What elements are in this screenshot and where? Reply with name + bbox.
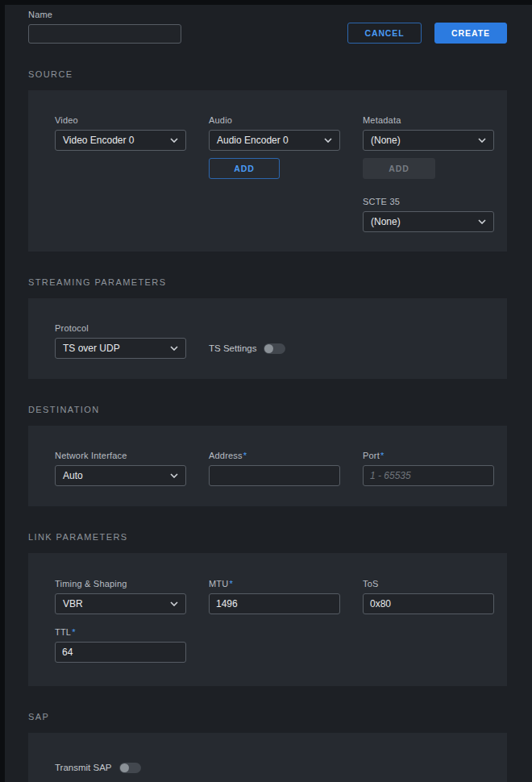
add-metadata-button: ADD bbox=[363, 158, 435, 179]
source-row: Video Video Encoder 0 Audio Audio Encode… bbox=[55, 115, 497, 232]
name-field-group: Name bbox=[28, 10, 181, 44]
port-field: Port* bbox=[363, 451, 494, 486]
ttl-label-text: TTL bbox=[55, 627, 71, 637]
protocol-select[interactable]: TS over UDP bbox=[55, 338, 186, 359]
required-asterisk: * bbox=[243, 451, 247, 460]
network-interface-select-value: Auto bbox=[63, 470, 83, 481]
network-interface-field: Network Interface Auto bbox=[55, 451, 186, 486]
toggle-knob bbox=[264, 344, 273, 353]
address-field: Address* bbox=[209, 451, 340, 486]
timing-shaping-label: Timing & Shaping bbox=[55, 579, 186, 589]
tos-input[interactable] bbox=[363, 593, 494, 614]
chevron-down-icon bbox=[324, 138, 332, 143]
streaming-panel: Protocol TS over UDP TS Settings bbox=[28, 298, 507, 379]
metadata-label: Metadata bbox=[363, 115, 494, 125]
section-title-source: SOURCE bbox=[28, 69, 507, 79]
destination-panel: Network Interface Auto Address* Port* bbox=[28, 426, 507, 506]
scte35-select[interactable]: (None) bbox=[363, 211, 494, 232]
streaming-row: Protocol TS over UDP TS Settings bbox=[55, 323, 497, 359]
address-input[interactable] bbox=[209, 465, 340, 486]
section-title-destination: DESTINATION bbox=[28, 405, 507, 414]
mtu-field: MTU* bbox=[209, 579, 340, 614]
tos-field: ToS bbox=[363, 579, 494, 614]
port-input[interactable] bbox=[363, 465, 494, 486]
mtu-label-text: MTU bbox=[209, 579, 228, 589]
required-asterisk: * bbox=[229, 579, 232, 589]
toggle-knob bbox=[120, 763, 129, 772]
section-title-link-parameters: LINK PARAMETERS bbox=[28, 532, 507, 542]
link-parameters-row-2: TTL* bbox=[55, 627, 497, 663]
port-label: Port* bbox=[363, 451, 494, 460]
transmit-sap-field: Transmit SAP bbox=[55, 757, 141, 778]
transmit-sap-toggle[interactable] bbox=[119, 763, 141, 773]
ts-settings-label: TS Settings bbox=[209, 343, 256, 353]
form-header: Name CANCEL CREATE bbox=[28, 10, 507, 44]
timing-shaping-select-value: VBR bbox=[63, 598, 83, 609]
video-label: Video bbox=[55, 115, 186, 125]
scte35-select-value: (None) bbox=[371, 216, 401, 227]
metadata-select[interactable]: (None) bbox=[363, 130, 494, 151]
create-button[interactable]: CREATE bbox=[434, 23, 507, 44]
tos-label: ToS bbox=[363, 579, 494, 589]
cancel-button[interactable]: CANCEL bbox=[347, 23, 422, 44]
metadata-field: Metadata (None) ADD SCTE 35 (None) bbox=[363, 115, 494, 232]
timing-shaping-field: Timing & Shaping VBR bbox=[55, 579, 186, 614]
scte35-field: SCTE 35 (None) bbox=[363, 197, 494, 232]
chevron-down-icon bbox=[170, 601, 178, 606]
audio-select[interactable]: Audio Encoder 0 bbox=[209, 130, 340, 151]
address-label: Address* bbox=[209, 451, 340, 460]
link-parameters-panel: Timing & Shaping VBR MTU* ToS TTL* bbox=[28, 553, 507, 686]
destination-row: Network Interface Auto Address* Port* bbox=[55, 451, 497, 486]
ts-settings-toggle[interactable] bbox=[264, 343, 285, 354]
chevron-down-icon bbox=[170, 346, 178, 351]
video-select-value: Video Encoder 0 bbox=[63, 135, 135, 146]
transmit-sap-label: Transmit SAP bbox=[55, 763, 112, 772]
add-audio-button[interactable]: ADD bbox=[209, 158, 280, 179]
audio-label: Audio bbox=[209, 115, 340, 125]
link-parameters-row-1: Timing & Shaping VBR MTU* ToS bbox=[55, 579, 497, 614]
name-input[interactable] bbox=[28, 24, 181, 44]
mtu-input[interactable] bbox=[209, 593, 340, 614]
required-asterisk: * bbox=[380, 451, 384, 460]
network-interface-label: Network Interface bbox=[55, 451, 186, 460]
section-title-sap: SAP bbox=[28, 712, 507, 722]
source-panel: Video Video Encoder 0 Audio Audio Encode… bbox=[28, 90, 507, 252]
address-label-text: Address bbox=[209, 451, 243, 460]
port-label-text: Port bbox=[363, 451, 380, 460]
chevron-down-icon bbox=[478, 138, 486, 143]
protocol-field: Protocol TS over UDP bbox=[55, 323, 186, 359]
video-field: Video Video Encoder 0 bbox=[55, 115, 186, 151]
protocol-select-value: TS over UDP bbox=[63, 343, 120, 354]
name-label: Name bbox=[28, 10, 181, 19]
required-asterisk: * bbox=[72, 627, 75, 637]
form-page: Name CANCEL CREATE SOURCE Video Video En… bbox=[5, 5, 532, 782]
ttl-label: TTL* bbox=[55, 627, 186, 637]
section-title-streaming: STREAMING PARAMETERS bbox=[28, 277, 507, 287]
chevron-down-icon bbox=[478, 219, 486, 224]
mtu-label: MTU* bbox=[209, 579, 340, 589]
chevron-down-icon bbox=[170, 138, 178, 143]
ts-settings-field: TS Settings bbox=[209, 338, 340, 359]
audio-field: Audio Audio Encoder 0 ADD bbox=[209, 115, 340, 179]
network-interface-select[interactable]: Auto bbox=[55, 465, 186, 486]
metadata-select-value: (None) bbox=[371, 135, 401, 146]
video-select[interactable]: Video Encoder 0 bbox=[55, 130, 186, 151]
chevron-down-icon bbox=[170, 473, 178, 478]
ttl-field: TTL* bbox=[55, 627, 186, 663]
scte35-label: SCTE 35 bbox=[363, 197, 494, 206]
form-actions: CANCEL CREATE bbox=[347, 23, 507, 44]
ttl-input[interactable] bbox=[55, 642, 186, 663]
timing-shaping-select[interactable]: VBR bbox=[55, 593, 186, 614]
protocol-label: Protocol bbox=[55, 323, 186, 333]
sap-panel: Transmit SAP bbox=[28, 733, 507, 782]
audio-select-value: Audio Encoder 0 bbox=[217, 135, 289, 146]
